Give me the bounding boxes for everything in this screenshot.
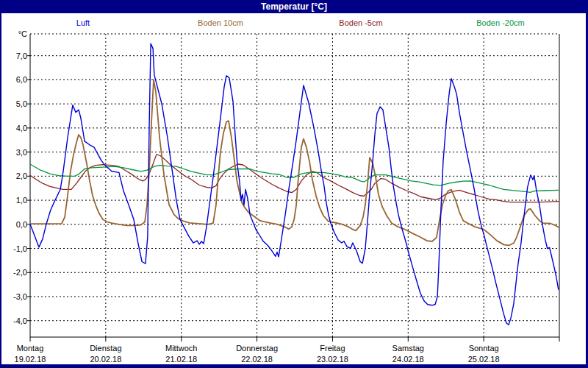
chart-window: Temperatur [°C] Luft Boden 10cm Boden -5…	[0, 0, 588, 368]
y-tick-label: -4,0	[13, 316, 27, 325]
x-day-label: Sonntag	[469, 344, 499, 353]
x-date-label: 24.02.18	[392, 355, 424, 364]
y-tick-label: 3,0	[16, 148, 27, 157]
x-date-label: 21.02.18	[165, 355, 197, 364]
y-tick-label: -2,0	[13, 268, 27, 277]
y-tick-label: 6,0	[16, 75, 27, 84]
x-date-label: 23.02.18	[317, 355, 348, 364]
y-tick-label: 0,0	[16, 220, 27, 229]
series-line-boden-10cm	[30, 79, 559, 245]
x-day-label: Donnerstag	[236, 344, 278, 353]
x-date-label: 25.02.18	[468, 355, 500, 364]
y-tick-label: -3,0	[13, 292, 27, 301]
x-date-label: 19.02.18	[15, 355, 46, 364]
x-date-label: 20.02.18	[90, 355, 121, 364]
plot-area[interactable]: °C7,06,05,04,03,02,01,00,0-1,0-2,0-3,0-4…	[0, 0, 588, 368]
x-day-label: Freitag	[320, 344, 345, 353]
x-day-label: Dienstag	[90, 344, 121, 353]
x-day-label: Montag	[17, 344, 44, 353]
y-tick-label: 1,0	[16, 196, 27, 205]
y-tick-label: 2,0	[16, 171, 27, 180]
series-line-boden-5cm	[30, 155, 559, 202]
y-tick-label: -1,0	[13, 244, 27, 253]
series-line-boden-20cm	[30, 164, 559, 192]
y-axis-unit-label: °C	[18, 29, 27, 38]
series-line-luft	[30, 43, 559, 325]
x-day-label: Samstag	[392, 344, 424, 353]
y-tick-label: 7,0	[16, 52, 27, 60]
x-date-label: 22.02.18	[241, 355, 273, 364]
x-day-label: Mittwoch	[165, 344, 197, 353]
y-tick-label: 5,0	[16, 99, 27, 108]
y-tick-label: 4,0	[16, 124, 27, 132]
